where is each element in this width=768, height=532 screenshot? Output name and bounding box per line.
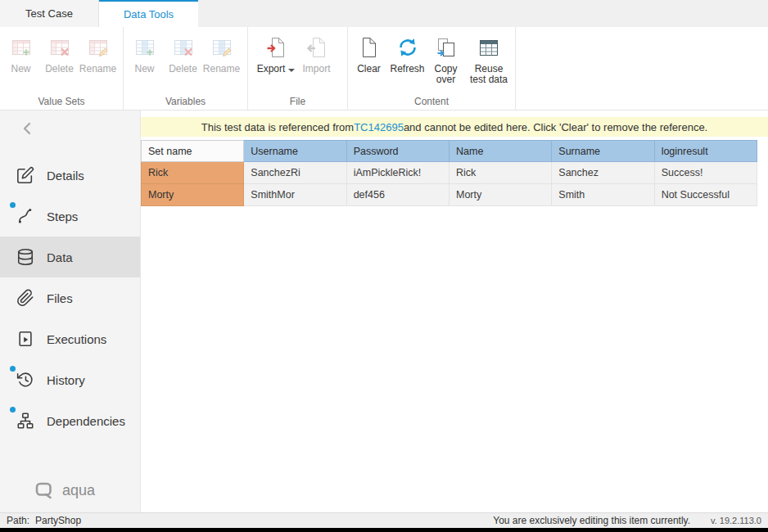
value-sets-delete-button[interactable]: Delete [40,30,79,74]
button-label: New [11,64,30,74]
ribbon-group-label: Variables [124,96,247,107]
editing-status-message: You are exclusively editing this item cu… [493,515,690,526]
table-cell[interactable]: SanchezRi [244,162,346,184]
ribbon-spacer [516,27,768,110]
variables-new-button[interactable]: New [125,30,164,74]
tab-bar: Test Case Data Tools [0,0,768,27]
tab-test-case[interactable]: Test Case [0,0,99,27]
edit-icon [16,166,34,184]
table-header-row: Set name Username Password Name Surname … [142,141,757,162]
app-window: Test Case Data Tools New Delete Re [0,0,768,532]
sidebar-item-dependencies[interactable]: Dependencies [0,400,140,441]
button-label: Reuse test data [468,64,510,85]
sidebar: Details Steps Data [0,110,141,512]
table-cell[interactable]: Smith [552,184,654,206]
path-breadcrumb: Path: PartyShop [7,515,81,526]
column-delete-icon [173,34,194,61]
variables-rename-button[interactable]: Rename [202,30,241,74]
import-button[interactable]: Import [297,30,336,74]
sidebar-item-data[interactable]: Data [0,237,140,277]
tab-data-tools[interactable]: Data Tools [99,0,198,27]
button-label: Delete [45,64,74,74]
value-sets-rename-button[interactable]: Rename [79,30,117,74]
reuse-test-data-icon [478,34,499,61]
sidebar-item-details[interactable]: Details [0,155,140,196]
table-cell[interactable]: Not Successful [654,184,757,206]
ribbon-group-label: Value Sets [0,96,123,107]
refresh-icon [397,34,418,61]
import-icon [306,34,328,61]
set-name-cell[interactable]: Rick [142,162,244,184]
column-header-username[interactable]: Username [244,141,346,162]
reuse-test-data-button[interactable]: Reuse test data [465,30,513,85]
button-label: Import [302,64,330,74]
column-header-loginresult[interactable]: loginresult [654,141,757,162]
notice-text-before: This test data is referenced from [201,121,354,133]
column-new-icon [134,34,156,61]
collapse-sidebar-button[interactable] [0,110,140,147]
sidebar-nav: Details Steps Data [0,155,140,441]
steps-icon [16,207,34,225]
button-label: Rename [203,64,240,74]
table-new-icon [11,34,32,61]
column-header-password[interactable]: Password [346,141,449,162]
table-cell[interactable]: Rick [449,162,551,184]
test-data-table: Set name Username Password Name Surname … [141,140,757,206]
table-cell[interactable]: def456 [346,184,449,206]
button-label: Rename [79,64,116,74]
table-row: Rick SanchezRi iAmPickleRick! Rick Sanch… [142,162,757,184]
sidebar-item-executions[interactable]: Executions [0,318,140,359]
ribbon-group-label: Content [348,96,515,107]
notification-dot [10,202,16,208]
column-header-name[interactable]: Name [449,141,551,162]
notice-text-after: and cannot be edited here. Click 'Clear'… [404,121,707,133]
button-label: Copy over [431,64,461,85]
sidebar-item-label: Dependencies [47,414,125,428]
table-cell[interactable]: Morty [449,184,551,206]
variables-delete-button[interactable]: Delete [164,30,202,74]
executions-icon [16,330,34,348]
table-rename-icon [88,34,109,61]
button-label: Refresh [390,64,424,74]
sidebar-item-files[interactable]: Files [0,277,140,318]
attachment-icon [16,289,34,307]
button-label: New [134,64,154,74]
column-header-set-name[interactable]: Set name [142,141,244,162]
value-sets-new-button[interactable]: New [2,30,40,74]
sidebar-item-label: Details [47,169,84,183]
path-label: Path: [7,515,29,526]
sidebar-item-label: Executions [47,332,106,346]
dependencies-icon [16,412,34,430]
button-label: Delete [169,64,197,74]
database-icon [16,248,34,266]
copy-over-icon [436,34,457,61]
sidebar-item-label: Steps [47,210,78,223]
table-cell[interactable]: Sanchez [552,162,654,184]
table-cell[interactable]: SmithMor [244,184,346,206]
sidebar-item-steps[interactable]: Steps [0,196,140,237]
test-case-link[interactable]: TC142695 [354,121,404,133]
ribbon-group-variables: New Delete Rename Variables [124,27,248,110]
ribbon-group-content: Clear Refresh Copy over Reuse test data [348,27,516,110]
clear-button[interactable]: Clear [350,30,388,74]
button-label: Export [257,63,286,74]
aqua-logo: aqua [34,481,95,499]
table-cell[interactable]: Success! [654,162,757,184]
notification-dot [10,366,16,372]
refresh-button[interactable]: Refresh [388,30,427,74]
export-button[interactable]: Export [255,30,297,74]
path-value: PartyShop [35,515,81,526]
column-header-surname[interactable]: Surname [552,141,654,162]
ribbon-group-value-sets: New Delete Rename Value Sets [0,27,124,110]
ribbon-group-label: File [248,96,347,107]
clear-icon [360,34,378,61]
sidebar-item-label: Files [47,291,73,305]
status-bar: Path: PartyShop You are exclusively edit… [0,512,768,528]
content-area: This test data is referenced from TC1426… [141,110,768,512]
copy-over-button[interactable]: Copy over [427,30,465,85]
history-icon [16,371,34,389]
sidebar-item-history[interactable]: History [0,359,140,400]
reference-notice: This test data is referenced from TC1426… [141,117,768,137]
table-cell[interactable]: iAmPickleRick! [346,162,449,184]
set-name-cell[interactable]: Morty [142,184,244,206]
